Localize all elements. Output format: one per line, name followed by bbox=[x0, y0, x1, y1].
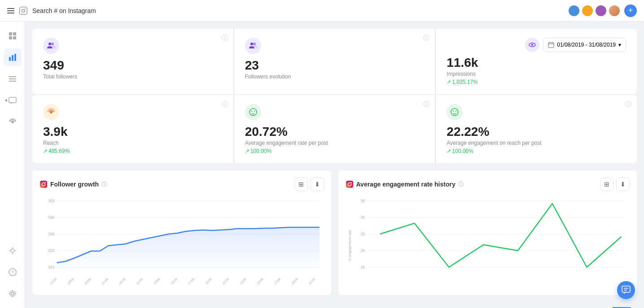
svg-point-25 bbox=[250, 43, 253, 45]
people-icon bbox=[47, 41, 56, 50]
chart-title-1: Follower growth ⓘ bbox=[39, 180, 107, 188]
stat-card-followers-evolution: ⓘ 23 Followers evolution bbox=[234, 29, 435, 94]
chevron-down-icon: ▾ bbox=[618, 42, 621, 48]
info-icon-2[interactable]: ⓘ bbox=[423, 34, 429, 42]
svg-rect-40 bbox=[40, 181, 47, 188]
svg-text:350: 350 bbox=[48, 199, 54, 203]
instagram-chart-icon bbox=[39, 180, 48, 188]
sun-icon bbox=[9, 247, 17, 255]
chat-icon bbox=[622, 286, 631, 295]
svg-rect-73 bbox=[346, 181, 353, 188]
svg-text:27/08: 27/08 bbox=[273, 278, 281, 286]
calendar-icon bbox=[548, 42, 554, 48]
follower-growth-title: Follower growth bbox=[50, 181, 99, 188]
svg-point-1 bbox=[22, 9, 25, 12]
avatar-2[interactable] bbox=[581, 4, 594, 17]
svg-rect-4 bbox=[13, 32, 16, 35]
avatar-3[interactable] bbox=[595, 4, 607, 17]
grid-icon bbox=[9, 32, 17, 40]
svg-text:?: ? bbox=[11, 270, 13, 275]
chat-fab-button[interactable] bbox=[617, 281, 635, 299]
sidebar-item-dashboard[interactable] bbox=[4, 27, 22, 45]
svg-text:330: 330 bbox=[48, 232, 54, 236]
chart-icon bbox=[9, 53, 17, 61]
impressions-change: 1,035.17% bbox=[447, 79, 478, 85]
sidebar: ? bbox=[0, 22, 25, 308]
visibility-toggle[interactable] bbox=[525, 38, 539, 52]
svg-text:20: 20 bbox=[360, 248, 365, 253]
date-range-label: 01/08/2019 - 31/08/2019 bbox=[557, 42, 616, 48]
svg-text:17/08: 17/08 bbox=[187, 278, 195, 286]
engagement-reach-change: 100.00% bbox=[447, 148, 473, 154]
sidebar-item-theme[interactable] bbox=[4, 242, 22, 260]
svg-text:09/08: 09/08 bbox=[118, 278, 126, 286]
date-range-button[interactable]: 01/08/2019 - 31/08/2019 ▾ bbox=[543, 38, 626, 52]
instagram-chart-icon-2 bbox=[346, 180, 354, 188]
avatar-user[interactable] bbox=[608, 4, 621, 17]
svg-rect-7 bbox=[9, 57, 11, 61]
svg-rect-8 bbox=[12, 55, 13, 61]
people-icon-2 bbox=[249, 41, 258, 50]
svg-point-39 bbox=[456, 111, 456, 112]
info-icon-4[interactable]: ⓘ bbox=[222, 100, 228, 108]
avatar-1[interactable] bbox=[568, 4, 580, 17]
svg-text:25: 25 bbox=[360, 232, 365, 236]
info-icon-6[interactable]: ⓘ bbox=[625, 100, 631, 108]
svg-point-34 bbox=[250, 108, 257, 116]
sidebar-bottom: ? bbox=[4, 242, 22, 303]
chart-actions-1: ⊞ ⬇ bbox=[294, 178, 324, 191]
stat-card-impressions: 01/08/2019 - 31/08/2019 ▾ 11.6k Impressi… bbox=[436, 29, 637, 94]
svg-rect-0 bbox=[20, 7, 27, 14]
smile-icon bbox=[249, 108, 258, 117]
impressions-value: 11.6k bbox=[447, 56, 478, 70]
chart-grid-button-2[interactable]: ⊞ bbox=[600, 178, 613, 191]
page-title: Search # on Instagram bbox=[32, 7, 96, 14]
svg-text:05/08: 05/08 bbox=[84, 278, 92, 286]
svg-rect-29 bbox=[548, 43, 554, 48]
chart-download-button-2[interactable]: ⬇ bbox=[616, 178, 630, 191]
svg-text:% engagement rate: % engagement rate bbox=[347, 230, 351, 261]
svg-point-28 bbox=[531, 44, 533, 46]
total-followers-label: Total followers bbox=[43, 74, 77, 80]
sidebar-item-broadcast[interactable] bbox=[4, 113, 22, 131]
info-icon-chart1[interactable]: ⓘ bbox=[101, 181, 107, 188]
sidebar-item-reports[interactable] bbox=[4, 70, 22, 88]
svg-rect-5 bbox=[9, 36, 12, 39]
broadcast-icon-2 bbox=[47, 108, 56, 117]
svg-point-22 bbox=[11, 292, 14, 295]
engagement-icon bbox=[245, 104, 261, 120]
svg-text:30: 30 bbox=[360, 215, 365, 220]
chart-title-2: Average engagement rate history ⓘ bbox=[346, 180, 464, 188]
follower-growth-chart: 350 340 330 320 310 bbox=[39, 196, 324, 288]
sidebar-item-analytics[interactable] bbox=[4, 48, 22, 66]
engagement-reach-label: Average engagement on reach per post bbox=[447, 140, 541, 146]
reach-label: Reach bbox=[43, 140, 59, 146]
svg-text:35: 35 bbox=[360, 199, 365, 203]
svg-rect-87 bbox=[622, 286, 630, 292]
chart-grid-button-1[interactable]: ⊞ bbox=[294, 178, 308, 191]
svg-text:11/08: 11/08 bbox=[136, 278, 143, 286]
info-icon-chart2[interactable]: ⓘ bbox=[458, 181, 464, 188]
eye-icon bbox=[529, 41, 536, 48]
followers-evolution-label: Followers evolution bbox=[245, 74, 291, 80]
svg-point-23 bbox=[48, 43, 51, 45]
svg-point-75 bbox=[351, 182, 352, 183]
info-icon-5[interactable]: ⓘ bbox=[423, 100, 429, 108]
reach-icon bbox=[43, 104, 59, 120]
engagement-rate-change: 100.00% bbox=[245, 148, 272, 154]
sidebar-item-help[interactable]: ? bbox=[4, 263, 22, 281]
svg-rect-11 bbox=[9, 78, 16, 79]
sidebar-item-messages[interactable] bbox=[4, 91, 22, 109]
info-icon-1[interactable]: ⓘ bbox=[222, 34, 228, 42]
svg-rect-9 bbox=[14, 54, 16, 61]
followers-evolution-icon bbox=[245, 38, 261, 54]
reach-value: 3.9k bbox=[43, 125, 68, 139]
chart-download-button-1[interactable]: ⬇ bbox=[311, 178, 324, 191]
content-area: ⓘ 349 Total followers ⓘ bbox=[25, 22, 644, 308]
svg-text:25/08: 25/08 bbox=[256, 278, 264, 286]
charts-grid: Follower growth ⓘ ⊞ ⬇ bbox=[32, 170, 637, 295]
engagement-rate-label: Average engagement rate per post bbox=[245, 140, 328, 146]
sidebar-item-settings[interactable] bbox=[4, 285, 22, 303]
hamburger-menu[interactable] bbox=[7, 8, 14, 13]
add-button[interactable]: + bbox=[624, 4, 637, 17]
